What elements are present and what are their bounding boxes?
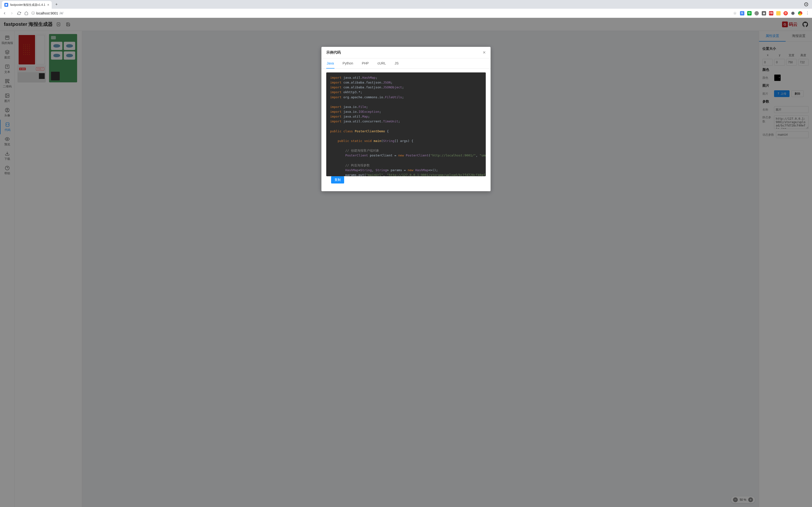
copy-button[interactable]: 复制	[331, 176, 344, 183]
extension-icon[interactable]	[755, 11, 759, 15]
star-icon[interactable]: ☆	[733, 11, 737, 15]
url-port: :9001	[50, 11, 58, 15]
tab-java[interactable]: Java	[326, 58, 335, 68]
browser-chrome: fastposter海报生成器v1.4.1 × + ⓘ localhost:90…	[0, 0, 812, 18]
home-icon[interactable]	[24, 11, 29, 15]
chrome-profile-icon[interactable]	[798, 11, 802, 15]
extension-icon[interactable]	[776, 11, 780, 15]
tab-js[interactable]: JS	[394, 58, 399, 68]
extension-icon[interactable]: O	[783, 11, 788, 15]
extensions-icon[interactable]	[791, 11, 795, 15]
modal-mask[interactable]: 示例代码 ✕ Java Python PHP cURL JS import ja…	[0, 18, 812, 507]
code-block[interactable]: import java.util.HashMap; import com.ali…	[326, 72, 486, 176]
reload-icon[interactable]	[17, 11, 21, 15]
extension-icon[interactable]: G	[740, 11, 744, 15]
browser-tab[interactable]: fastposter海报生成器v1.4.1 ×	[2, 1, 52, 9]
code-lang-tabs: Java Python PHP cURL JS	[321, 58, 491, 68]
url-path: /#/	[59, 11, 63, 15]
modal-title: 示例代码	[326, 50, 341, 55]
extension-icon[interactable]: 印	[747, 11, 752, 15]
window-menu-icon[interactable]	[804, 2, 808, 6]
close-icon[interactable]: ×	[47, 3, 49, 7]
url-host: localhost	[36, 11, 50, 15]
url-box[interactable]: ⓘ localhost:9001/#/	[32, 11, 63, 15]
tab-curl[interactable]: cURL	[377, 58, 387, 68]
extension-icon[interactable]: ◉	[762, 11, 766, 15]
kebab-menu-icon[interactable]: ⋮	[805, 11, 810, 15]
tab-bar: fastposter海报生成器v1.4.1 × +	[0, 0, 812, 9]
tab-php[interactable]: PHP	[361, 58, 369, 68]
back-icon[interactable]	[2, 11, 7, 15]
info-icon: ⓘ	[32, 11, 35, 15]
svg-rect-0	[6, 4, 7, 6]
app: fastposter 海报生成器 G 码云 我的海报 图层 文本 二维码 图片 …	[0, 18, 812, 507]
extension-icon[interactable]: FB	[769, 11, 773, 15]
tab-title: fastposter海报生成器v1.4.1	[10, 3, 45, 7]
new-tab-button[interactable]: +	[53, 1, 60, 8]
forward-icon[interactable]	[10, 11, 14, 15]
favicon-icon	[4, 3, 8, 7]
close-icon[interactable]: ✕	[483, 50, 486, 55]
tab-python[interactable]: Python	[342, 58, 354, 68]
address-bar: ⓘ localhost:9001/#/ ☆ G 印 ◉ FB O ⋮	[0, 9, 812, 18]
code-sample-modal: 示例代码 ✕ Java Python PHP cURL JS import ja…	[321, 47, 491, 191]
